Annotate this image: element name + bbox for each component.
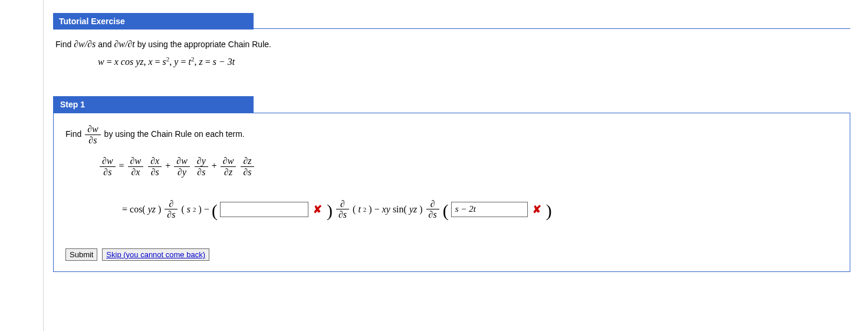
wrong-icon: ✘ — [313, 203, 322, 216]
expand-d3-num: ∂ — [426, 199, 439, 210]
eq-eq2: = — [153, 57, 163, 67]
expand-sin: sin( — [393, 204, 407, 215]
chain-lhs-num: ∂w — [100, 156, 116, 167]
eq-eq4: = — [203, 57, 213, 67]
expand-d1-den: ∂s — [165, 209, 177, 220]
chain-t1a-num: ∂w — [128, 156, 144, 167]
chain-t3a-num: ∂w — [221, 156, 236, 167]
eq-z-rhs: s − 3t — [213, 57, 235, 67]
tutorial-header: Tutorial Exercise — [53, 13, 254, 30]
chain-t2a-den: ∂y — [174, 167, 190, 178]
eq-eq1: = — [104, 57, 114, 67]
prompt-prefix: Find — [55, 40, 74, 49]
answer-input-2[interactable] — [451, 202, 528, 217]
expand-of2-close: ) — [369, 204, 371, 215]
chain-t3b-den: ∂s — [241, 167, 254, 178]
expand-bigparen-close2: ) — [546, 202, 552, 219]
prompt-d1: ∂w/∂s — [74, 39, 96, 49]
expand-d3-den: ∂s — [426, 209, 439, 220]
chain-t3b-num: ∂z — [241, 156, 254, 167]
chain-t3a-den: ∂z — [221, 167, 236, 178]
step-intro: Find ∂w ∂s by using the Chain Rule on ea… — [65, 124, 838, 145]
step-intro-frac: ∂w ∂s — [85, 124, 101, 145]
step-header: Step 1 — [53, 96, 254, 113]
expand-of1-open: ( — [181, 204, 184, 215]
step-intro-frac-den: ∂s — [85, 135, 101, 146]
chain-t2b-den: ∂s — [195, 167, 208, 178]
tutorial-header-rule — [254, 28, 850, 29]
chain-rule-line: ∂w∂s = ∂w∂x ∂x∂s + ∂w∂y ∂y∂s + ∂w∂z ∂z∂s — [98, 156, 838, 177]
expand-bigparen-close1: ) — [327, 202, 333, 219]
step-box: Find ∂w ∂s by using the Chain Rule on ea… — [53, 113, 850, 272]
chain-t1b-num: ∂x — [148, 156, 162, 167]
expand-of2-base: t — [358, 204, 360, 215]
prompt-and: and — [96, 40, 114, 49]
tutorial-equation: w = x cos yz, x = s2, y = t2, z = s − 3t — [98, 54, 848, 70]
chain-plus2: + — [212, 160, 219, 171]
eq-w-rhs: x cos yz — [114, 57, 144, 67]
chain-t1b-den: ∂s — [148, 167, 162, 178]
expand-minus2: − — [374, 204, 380, 215]
expand-of1-exp: 2 — [193, 206, 196, 213]
page-left-rule — [43, 0, 44, 331]
step-footer: Submit Skip (you cannot come back) — [65, 248, 838, 261]
expand-eq: = — [122, 204, 127, 215]
eq-x-lhs: x — [148, 57, 152, 67]
expand-bigparen-open2: ( — [443, 202, 449, 219]
chain-t2b-num: ∂y — [195, 156, 208, 167]
skip-button[interactable]: Skip (you cannot come back) — [102, 248, 209, 261]
expand-sin-arg: yz — [409, 204, 417, 215]
expand-bigparen-open1: ( — [212, 202, 218, 219]
chain-lhs-den: ∂s — [100, 167, 116, 178]
expand-sin-close: ) — [419, 204, 422, 215]
step-intro-frac-num: ∂w — [85, 124, 101, 135]
chain-t1a-den: ∂x — [128, 167, 144, 178]
expand-d1-num: ∂ — [165, 199, 177, 210]
eq-w-lhs: w — [98, 57, 104, 67]
chain-eq: = — [119, 160, 127, 171]
expanded-line: = cos(yz) ∂∂s (s2) − ( ✘ ) ∂∂s (t2) − xy… — [122, 199, 838, 220]
chain-t2a-num: ∂w — [174, 156, 190, 167]
expand-d2-den: ∂s — [336, 209, 349, 220]
answer-input-1[interactable] — [220, 202, 308, 217]
expand-minus1: − — [204, 204, 209, 215]
expand-of1-base: s — [187, 204, 190, 215]
expand-cos-arg: yz — [148, 204, 156, 215]
expand-xy: xy — [382, 204, 390, 215]
expand-d2-num: ∂ — [336, 199, 349, 210]
prompt-suffix: by using the appropriate Chain Rule. — [135, 40, 271, 49]
expand-cos-close: ) — [158, 204, 161, 215]
eq-eq3: = — [178, 57, 188, 67]
step-intro-prefix: Find — [65, 129, 84, 139]
expand-of2-open: ( — [353, 204, 356, 215]
prompt-d2: ∂w/∂t — [114, 39, 134, 49]
step-intro-suffix: by using the Chain Rule on each term. — [104, 129, 245, 139]
submit-button[interactable]: Submit — [65, 248, 97, 261]
expand-of2-exp: 2 — [363, 206, 367, 213]
expand-of1-close: ) — [199, 204, 202, 215]
expand-cos: cos( — [130, 204, 146, 215]
tutorial-prompt: Find ∂w/∂s and ∂w/∂t by using the approp… — [53, 30, 850, 69]
wrong-icon: ✘ — [532, 203, 541, 216]
chain-plus1: + — [165, 160, 173, 171]
